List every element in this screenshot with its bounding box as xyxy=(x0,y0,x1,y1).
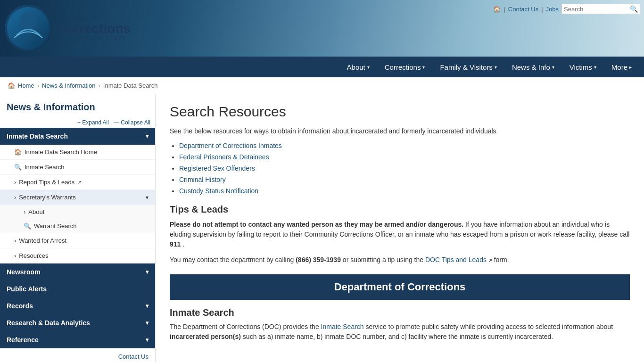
sep1: | xyxy=(504,6,505,13)
resources-list: Department of Corrections Inmates Federa… xyxy=(179,142,630,195)
ext-link-icon: ↗ xyxy=(488,258,492,263)
tips-contact-paragraph: You may contact the department by callin… xyxy=(170,255,630,265)
sidebar: News & Information + Expand All — Collap… xyxy=(0,94,156,362)
sidebar-contact-link[interactable]: Contact Us xyxy=(0,348,155,362)
tips-contact-pre: You may contact the department by callin… xyxy=(170,256,296,263)
arrow-right-icon: › xyxy=(14,179,16,186)
expand-all-button[interactable]: + Expand All xyxy=(77,119,109,126)
sidebar-section-newsroom[interactable]: Newsroom ▾ xyxy=(0,263,155,280)
nav-news-info[interactable]: News & Info ▾ xyxy=(504,58,562,77)
federal-prisoners-link[interactable]: Federal Prisoners & Detainees xyxy=(179,153,269,161)
breadcrumb-home[interactable]: Home xyxy=(18,82,34,89)
sidebar-section-label: Research & Data Analytics xyxy=(7,319,90,327)
breadcrumb: 🏠 Home › News & Information › Inmate Dat… xyxy=(0,77,644,94)
inmate-search-bold: incarcerated person(s) xyxy=(170,333,241,340)
logo-state-text: WASHINGTON STATE xyxy=(57,36,131,41)
home-icon: 🏠 xyxy=(14,148,22,156)
sidebar-item-about[interactable]: › About xyxy=(0,205,155,219)
sidebar-item-label: Report Tips & Leads xyxy=(19,179,74,186)
content-area: Search Resources See the below resources… xyxy=(156,94,644,362)
nav-about-label: About xyxy=(347,63,365,71)
tips-end: . xyxy=(182,240,184,248)
sidebar-item-label: Inmate Data Search Home xyxy=(25,148,97,156)
main-layout: News & Information + Expand All — Collap… xyxy=(0,94,644,362)
jobs-link[interactable]: Jobs xyxy=(546,6,559,13)
sidebar-item-wanted-for-arrest[interactable]: › Wanted for Arrest xyxy=(0,233,155,248)
sidebar-section-label: Reference xyxy=(7,336,39,344)
sidebar-item-inmate-search[interactable]: 🔍 Inmate Search xyxy=(0,160,155,175)
nav-victims-label: Victims xyxy=(570,63,592,71)
sidebar-section-records[interactable]: Records ▾ xyxy=(0,297,155,314)
search-icon: 🔍 xyxy=(24,222,31,230)
search-box: 🔍 xyxy=(561,4,640,14)
sidebar-controls: + Expand All — Collapse All xyxy=(0,117,155,128)
sidebar-section-public-alerts[interactable]: Public Alerts xyxy=(0,280,155,297)
sidebar-item-label: Inmate Search xyxy=(25,164,65,171)
sidebar-item-report-tips[interactable]: › Report Tips & Leads ↗ xyxy=(0,175,155,190)
sidebar-section-inmate-data-search[interactable]: Inmate Data Search ▾ xyxy=(0,128,155,145)
page-header: 🏠 | Contact Us | Jobs 🔍 Department of Co… xyxy=(0,0,644,57)
nav-victims[interactable]: Victims ▾ xyxy=(562,58,604,77)
sidebar-item-inmate-data-search-home[interactable]: 🏠 Inmate Data Search Home xyxy=(0,145,155,160)
tips-call: 911 xyxy=(170,240,181,248)
nav-family-visitors[interactable]: Family & Visitors ▾ xyxy=(432,58,504,77)
sidebar-section-label: Newsroom xyxy=(7,268,41,276)
criminal-history-link[interactable]: Criminal History xyxy=(179,176,226,183)
search-input[interactable] xyxy=(564,6,630,13)
sidebar-item-secretarys-warrants[interactable]: › Secretary's Warrants ▾ xyxy=(0,190,155,205)
sidebar-item-label: Secretary's Warrants xyxy=(19,194,75,201)
sex-offenders-link[interactable]: Registered Sex Offenders xyxy=(179,165,255,172)
list-item: Criminal History xyxy=(179,176,630,183)
doc-inmates-link[interactable]: Department of Corrections Inmates xyxy=(179,142,282,149)
utility-bar: 🏠 | Contact Us | Jobs 🔍 xyxy=(493,4,640,14)
sidebar-section-label: Public Alerts xyxy=(7,285,47,293)
breadcrumb-news[interactable]: News & Information xyxy=(42,82,95,89)
chevron-down-icon: ▾ xyxy=(146,133,149,140)
tips-leads-title: Tips & Leads xyxy=(170,204,630,215)
search-button[interactable]: 🔍 xyxy=(630,5,638,13)
inmate-search-link[interactable]: Inmate Search xyxy=(321,323,364,330)
nav-family-label: Family & Visitors xyxy=(440,63,492,71)
doc-table-header: Department of Corrections xyxy=(170,274,630,300)
sidebar-section-label: Inmate Data Search xyxy=(7,132,68,140)
contact-us-link[interactable]: Contact Us xyxy=(508,6,538,13)
sidebar-section-reference[interactable]: Reference ▾ xyxy=(0,331,155,348)
breadcrumb-current: Inmate Data Search xyxy=(103,82,158,89)
logo-circle xyxy=(5,5,52,52)
chevron-down-icon: ▾ xyxy=(146,194,149,201)
list-item: Department of Corrections Inmates xyxy=(179,142,630,149)
doc-tips-leads-link[interactable]: DOC Tips and Leads xyxy=(425,256,487,263)
chevron-down-icon: ▾ xyxy=(146,337,149,343)
home-icon-link[interactable]: 🏠 xyxy=(493,6,501,13)
nav-more[interactable]: More ▸ xyxy=(604,58,639,77)
nav-corrections-label: Corrections xyxy=(385,63,421,71)
sidebar-section-research-data[interactable]: Research & Data Analytics ▾ xyxy=(0,314,155,331)
sidebar-item-label: About xyxy=(28,208,44,215)
sidebar-item-resources[interactable]: › Resources xyxy=(0,248,155,263)
list-item: Federal Prisoners & Detainees xyxy=(179,153,630,161)
sidebar-item-label: Wanted for Arrest xyxy=(19,237,66,244)
svg-point-0 xyxy=(20,13,37,30)
sidebar-item-warrant-search[interactable]: 🔍 Warrant Search xyxy=(0,219,155,233)
arrow-right-icon: › xyxy=(14,237,16,244)
logo-area: Department of Corrections WASHINGTON STA… xyxy=(5,5,131,52)
sidebar-item-label: Warrant Search xyxy=(34,222,77,230)
inmate-search-text-end: such as a) inmate name, b) inmate DOC nu… xyxy=(243,333,553,340)
sep2: | xyxy=(541,6,543,13)
collapse-all-button[interactable]: — Collapse All xyxy=(114,119,150,126)
nav-more-arrow: ▸ xyxy=(629,65,632,70)
chevron-down-icon: ▾ xyxy=(146,303,149,309)
custody-status-link[interactable]: Custody Status Notification xyxy=(179,187,258,195)
logo-svg xyxy=(12,12,45,45)
list-item: Custody Status Notification xyxy=(179,187,630,195)
nav-news-arrow: ▾ xyxy=(552,65,554,70)
bc-sep1: › xyxy=(37,82,39,89)
nav-about-arrow: ▾ xyxy=(367,65,370,70)
nav-about[interactable]: About ▾ xyxy=(339,58,377,77)
arrow-down-icon: › xyxy=(14,194,16,201)
tips-contact-mid: or submitting a tip using the xyxy=(343,256,425,263)
inmate-search-text-mid: service to promote public safety while p… xyxy=(366,323,613,330)
nav-family-arrow: ▾ xyxy=(495,65,497,70)
nav-corrections[interactable]: Corrections ▾ xyxy=(377,58,433,77)
nav-news-label: News & Info xyxy=(512,63,550,71)
